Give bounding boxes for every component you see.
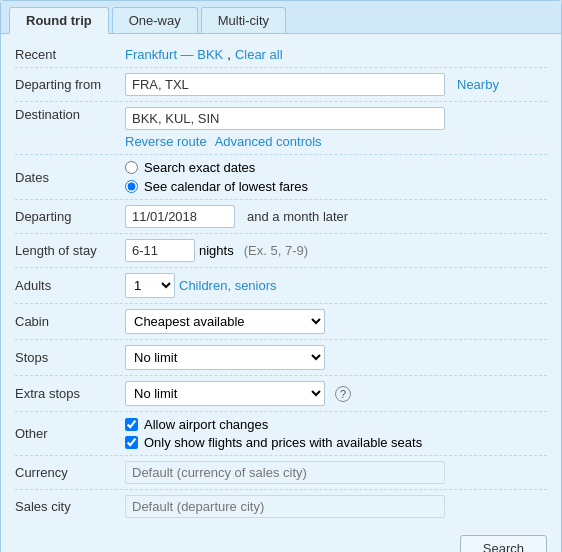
destination-content: Reverse route Advanced controls [125, 107, 445, 149]
recent-row: Recent Frankfurt — BKK , Clear all [15, 42, 547, 68]
nights-label: nights [199, 243, 234, 258]
search-row: Search [1, 527, 561, 552]
extra-stops-content: No limit 1 2 ? [125, 381, 547, 406]
departing-content: and a month later [125, 205, 547, 228]
extra-stops-label: Extra stops [15, 386, 125, 401]
dates-exact-label: Search exact dates [144, 160, 255, 175]
extra-stops-row: Extra stops No limit 1 2 ? [15, 376, 547, 412]
main-container: Round trip One-way Multi-city Recent Fra… [0, 0, 562, 552]
departing-from-content: Nearby [125, 73, 547, 96]
sales-city-row: Sales city [15, 490, 547, 523]
tab-round-trip[interactable]: Round trip [9, 7, 109, 34]
destination-row: Destination Reverse route Advanced contr… [15, 102, 547, 155]
sales-city-content [125, 495, 547, 518]
dates-options: Search exact dates See calendar of lowes… [125, 160, 308, 194]
destination-label: Destination [15, 107, 125, 122]
only-available-seats-label: Only show flights and prices with availa… [144, 435, 422, 450]
recent-label: Recent [15, 47, 125, 62]
sales-city-input[interactable] [125, 495, 445, 518]
departing-from-row: Departing from Nearby [15, 68, 547, 102]
search-button[interactable]: Search [460, 535, 547, 552]
nearby-link[interactable]: Nearby [457, 77, 499, 92]
departing-date-input[interactable] [125, 205, 235, 228]
tab-multi-city[interactable]: Multi-city [201, 7, 286, 33]
length-of-stay-content: nights (Ex. 5, 7-9) [125, 239, 547, 262]
stops-select[interactable]: No limit 0 stops 1 stop 2 stops [125, 345, 325, 370]
and-month-label: and a month later [247, 209, 348, 224]
tabs-bar: Round trip One-way Multi-city [1, 1, 561, 34]
dates-row: Dates Search exact dates See calendar of… [15, 155, 547, 200]
tab-one-way[interactable]: One-way [112, 7, 198, 33]
form-body: Recent Frankfurt — BKK , Clear all Depar… [1, 34, 561, 527]
clear-all-link[interactable]: Clear all [235, 47, 283, 62]
cabin-select[interactable]: Cheapest available Economy Business Firs… [125, 309, 325, 334]
adults-select[interactable]: 1 2 3 4 [125, 273, 175, 298]
stops-content: No limit 0 stops 1 stop 2 stops [125, 345, 547, 370]
nights-example: (Ex. 5, 7-9) [244, 243, 308, 258]
currency-content [125, 461, 547, 484]
adults-content: 1 2 3 4 Children, seniors [125, 273, 547, 298]
children-seniors-link[interactable]: Children, seniors [179, 278, 277, 293]
allow-airport-changes-checkbox[interactable] [125, 418, 138, 431]
destination-input[interactable] [125, 107, 445, 130]
recent-content: Frankfurt — BKK , Clear all [125, 47, 547, 62]
extra-stops-help-icon[interactable]: ? [335, 386, 351, 402]
reverse-route-link[interactable]: Reverse route [125, 134, 207, 149]
extra-stops-select[interactable]: No limit 1 2 [125, 381, 325, 406]
allow-airport-changes-label: Allow airport changes [144, 417, 268, 432]
cabin-label: Cabin [15, 314, 125, 329]
departing-label: Departing [15, 209, 125, 224]
dates-label: Dates [15, 170, 125, 185]
currency-row: Currency [15, 456, 547, 490]
sales-city-label: Sales city [15, 499, 125, 514]
length-of-stay-row: Length of stay nights (Ex. 5, 7-9) [15, 234, 547, 268]
dates-calendar-label: See calendar of lowest fares [144, 179, 308, 194]
only-available-seats-row: Only show flights and prices with availa… [125, 435, 422, 450]
other-row: Other Allow airport changes Only show fl… [15, 412, 547, 456]
stops-label: Stops [15, 350, 125, 365]
currency-label: Currency [15, 465, 125, 480]
cabin-row: Cabin Cheapest available Economy Busines… [15, 304, 547, 340]
currency-input[interactable] [125, 461, 445, 484]
advanced-controls-link[interactable]: Advanced controls [215, 134, 322, 149]
recent-separator: , [227, 47, 231, 62]
stops-row: Stops No limit 0 stops 1 stop 2 stops [15, 340, 547, 376]
length-of-stay-label: Length of stay [15, 243, 125, 258]
departing-row: Departing and a month later [15, 200, 547, 234]
length-of-stay-input[interactable] [125, 239, 195, 262]
departing-from-input[interactable] [125, 73, 445, 96]
allow-airport-changes-row: Allow airport changes [125, 417, 422, 432]
other-label: Other [15, 426, 125, 441]
dates-calendar-radio[interactable] [125, 180, 138, 193]
only-available-seats-checkbox[interactable] [125, 436, 138, 449]
destination-links: Reverse route Advanced controls [125, 134, 445, 149]
dates-exact-radio[interactable] [125, 161, 138, 174]
dates-option1-row: Search exact dates [125, 160, 308, 175]
departing-from-label: Departing from [15, 77, 125, 92]
other-checkboxes: Allow airport changes Only show flights … [125, 417, 422, 450]
dates-option2-row: See calendar of lowest fares [125, 179, 308, 194]
adults-row: Adults 1 2 3 4 Children, seniors [15, 268, 547, 304]
recent-link[interactable]: Frankfurt — BKK [125, 47, 223, 62]
adults-label: Adults [15, 278, 125, 293]
cabin-content: Cheapest available Economy Business Firs… [125, 309, 547, 334]
